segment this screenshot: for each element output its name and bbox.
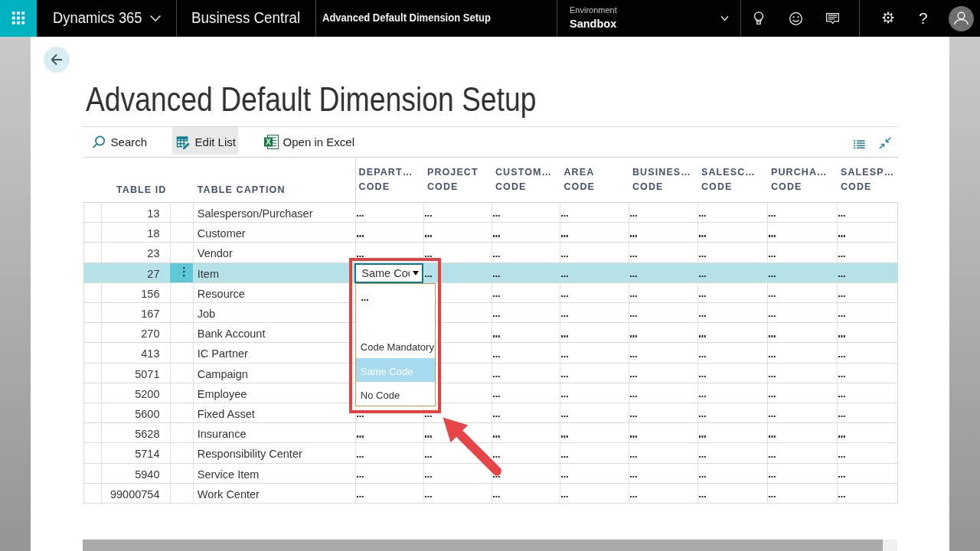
svg-text:X: X (266, 137, 271, 145)
